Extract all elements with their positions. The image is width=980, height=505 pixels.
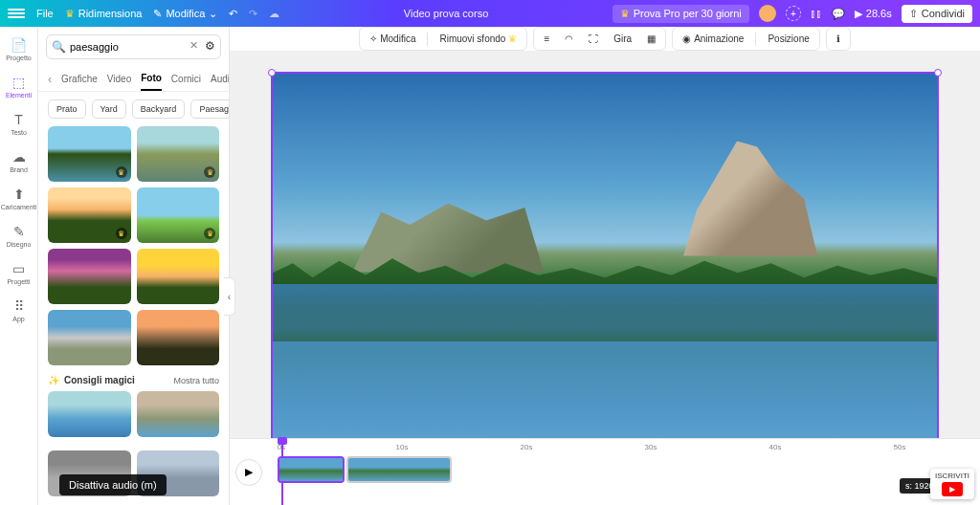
rail-projects[interactable]: ▭Progetti xyxy=(0,256,37,290)
project-icon: 📄 xyxy=(11,37,27,53)
cloud-sync-icon[interactable]: ☁ xyxy=(269,8,279,20)
comments-icon[interactable]: 💬 xyxy=(832,8,845,20)
photo-thumb[interactable]: ♛ xyxy=(48,187,131,243)
search-icon: 🔍 xyxy=(52,40,66,54)
collapse-panel-button[interactable]: ‹ xyxy=(224,277,235,316)
photo-thumb[interactable] xyxy=(137,249,220,304)
photo-thumb[interactable]: ♛ xyxy=(137,187,220,243)
play-icon: ▶ xyxy=(855,8,862,20)
pro-badge-icon: ♛ xyxy=(116,166,127,178)
upload-icon: ⇧ xyxy=(909,8,918,20)
transparency-button[interactable]: ▦ xyxy=(643,32,659,46)
pro-badge-icon: ♛ xyxy=(204,166,215,178)
rail-brand[interactable]: ☁Brand xyxy=(0,144,37,178)
file-menu[interactable]: File xyxy=(36,8,54,19)
timeline-ruler[interactable]: 0s 10s 20s 30s 40s 50s xyxy=(268,443,980,456)
curve-button[interactable]: ◠ xyxy=(561,32,577,46)
rail-draw[interactable]: ✎Disegno xyxy=(0,219,37,252)
user-avatar[interactable] xyxy=(759,5,776,22)
mute-tooltip: Disattiva audio (m) xyxy=(59,474,167,495)
magic-suggestions-title: ✨Consigli magici xyxy=(48,375,135,385)
edit-menu[interactable]: ✎Modifica⌄ xyxy=(153,8,217,20)
left-rail: 📄Progetto ⬚Elementi TTesto ☁Brand ⬆Caric… xyxy=(0,27,38,505)
chip-backyard[interactable]: Backyard xyxy=(132,99,186,119)
youtube-icon: ▶ xyxy=(942,482,963,496)
remove-bg-button[interactable]: Rimuovi sfondo♛ xyxy=(435,32,521,46)
rail-elements[interactable]: ⬚Elementi xyxy=(0,70,37,103)
chip-prato[interactable]: Prato xyxy=(48,99,86,119)
rail-project[interactable]: 📄Progetto xyxy=(0,33,37,66)
show-all-link[interactable]: Mostra tutto xyxy=(173,376,219,385)
play-button[interactable]: ▶ xyxy=(235,459,262,486)
edit-image-button[interactable]: ✧Modifica xyxy=(366,32,419,46)
filter-button[interactable]: ⚙ xyxy=(205,39,215,53)
pro-badge-icon: ♛ xyxy=(116,228,127,239)
rail-text[interactable]: TTesto xyxy=(0,107,37,141)
pencil-icon: ✎ xyxy=(153,8,162,20)
document-title[interactable]: Video prova corso xyxy=(279,8,612,19)
side-panel: 🔍 ✕ ⚙ ‹ Grafiche Video Foto Cornici Audi… xyxy=(38,27,230,505)
try-pro-button[interactable]: ♛Prova Pro per 30 giorni xyxy=(612,5,749,23)
analytics-icon[interactable]: ⫿⫿ xyxy=(811,8,822,19)
tab-graphics[interactable]: Grafiche xyxy=(61,68,98,90)
menu-button[interactable] xyxy=(8,9,25,18)
pro-badge-icon: ♛ xyxy=(204,228,215,239)
photo-thumb[interactable]: ♛ xyxy=(48,126,131,182)
crown-icon: ♛ xyxy=(620,8,630,20)
redo-button[interactable]: ↷ xyxy=(249,8,257,20)
tabs-scroll-left[interactable]: ‹ xyxy=(48,73,52,86)
resize-handle[interactable] xyxy=(934,69,942,77)
canvas-image[interactable] xyxy=(273,74,937,449)
tab-audio[interactable]: Audio xyxy=(211,68,230,90)
photo-thumb[interactable] xyxy=(48,310,131,365)
chevron-down-icon: ⌄ xyxy=(209,8,217,20)
resize-handle[interactable] xyxy=(268,69,276,77)
timeline: ▶ 0s 10s 20s 30s 40s 50s s: 1920 h: 1248 xyxy=(230,438,980,505)
uploads-icon: ⬆ xyxy=(11,187,27,202)
crown-icon: ♛ xyxy=(508,33,517,44)
photo-thumb[interactable] xyxy=(137,310,220,365)
info-button[interactable]: ℹ xyxy=(833,32,844,46)
align-button[interactable]: ≡ xyxy=(540,32,553,46)
flip-button[interactable]: Gira xyxy=(610,32,635,46)
canvas-selection[interactable] xyxy=(271,72,939,450)
draw-icon: ✎ xyxy=(11,224,27,239)
clear-search-button[interactable]: ✕ xyxy=(189,39,198,52)
photo-thumb[interactable]: ♛ xyxy=(137,126,220,182)
brand-icon: ☁ xyxy=(11,149,27,165)
elements-icon: ⬚ xyxy=(11,75,27,90)
animate-button[interactable]: ◉Animazione xyxy=(679,32,747,46)
rail-uploads[interactable]: ⬆Caricamenti xyxy=(0,182,37,215)
timeline-clip[interactable] xyxy=(278,456,345,483)
tab-photo[interactable]: Foto xyxy=(141,67,162,91)
crown-icon: ♛ xyxy=(65,8,75,20)
chip-landscaping[interactable]: Paesaggistica xyxy=(190,99,229,119)
text-icon: T xyxy=(11,112,27,127)
share-button[interactable]: ⇧Condividi xyxy=(902,5,972,23)
rail-apps[interactable]: ⠿App xyxy=(0,294,37,327)
suggestion-thumb[interactable] xyxy=(48,391,131,437)
projects-icon: ▭ xyxy=(11,261,27,276)
resize-button[interactable]: ♛Ridimensiona xyxy=(65,8,143,20)
timeline-clip[interactable] xyxy=(346,456,452,483)
tab-video[interactable]: Video xyxy=(107,68,131,90)
play-icon: ▶ xyxy=(245,466,253,478)
tab-frames[interactable]: Cornici xyxy=(171,68,201,90)
youtube-subscribe-badge[interactable]: ISCRIVITI ▶ xyxy=(930,469,974,499)
add-member-button[interactable]: + xyxy=(786,6,801,21)
animate-icon: ◉ xyxy=(682,33,691,44)
sparkle-icon: ✨ xyxy=(48,375,59,385)
photo-thumb[interactable] xyxy=(48,249,131,304)
position-button[interactable]: Posizione xyxy=(764,32,813,46)
play-preview-button[interactable]: ▶28.6s xyxy=(855,8,892,20)
undo-button[interactable]: ↶ xyxy=(229,8,237,20)
chip-yard[interactable]: Yard xyxy=(92,99,126,119)
edit-icon: ✧ xyxy=(369,33,377,44)
suggestion-thumb[interactable] xyxy=(137,391,220,437)
apps-icon: ⠿ xyxy=(11,298,27,314)
crop-button[interactable]: ⛶ xyxy=(585,32,602,46)
